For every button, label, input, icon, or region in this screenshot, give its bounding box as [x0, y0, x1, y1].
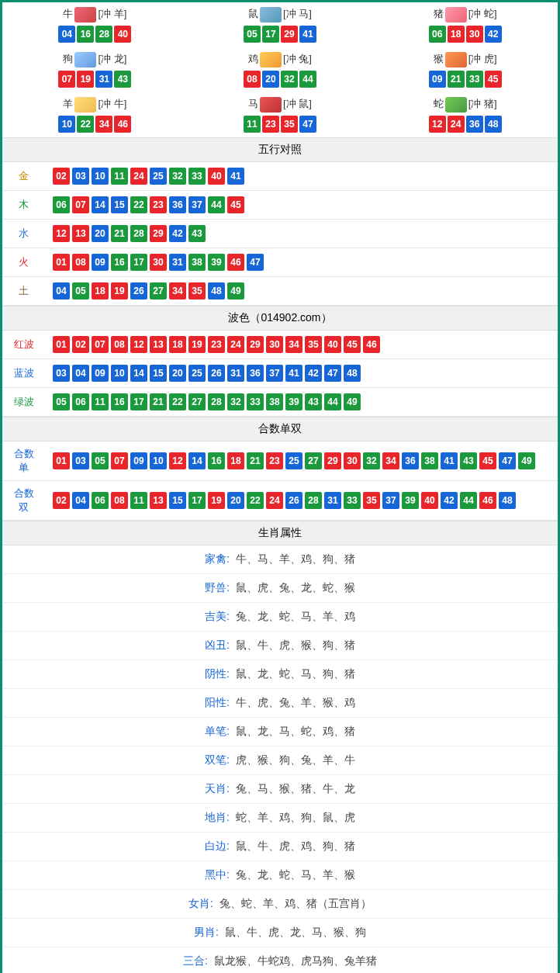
zodiac-numbers: 09213345 [372, 71, 558, 88]
row-label: 土 [2, 277, 45, 306]
number-ball: 02 [72, 336, 89, 353]
number-ball: 07 [111, 452, 128, 469]
attr-key: 阳性: [205, 696, 230, 708]
number-ball: 01 [53, 452, 70, 469]
row-label: 绿波 [2, 388, 45, 417]
number-ball: 16 [111, 254, 128, 271]
attr-row: 凶丑: 鼠、牛、虎、猴、狗、猪 [2, 632, 558, 660]
attr-row: 女肖: 兔、蛇、羊、鸡、猪（五宫肖） [2, 890, 558, 919]
attr-row: 野兽: 鼠、虎、兔、龙、蛇、猴 [2, 574, 558, 603]
zodiac-title: 猪[冲 蛇] [372, 7, 558, 23]
zodiac-title: 狗[冲 龙] [2, 52, 188, 68]
number-ball: 22 [247, 492, 264, 509]
table-row: 木 06071415222336374445 [2, 191, 558, 220]
number-ball: 37 [382, 492, 399, 509]
number-ball: 49 [344, 393, 361, 410]
row-label: 合数双 [2, 481, 45, 521]
number-ball: 13 [150, 492, 167, 509]
number-ball: 37 [188, 196, 206, 213]
attr-key: 三合: [183, 954, 208, 967]
attr-key: 凶丑: [205, 639, 230, 651]
number-ball: 09 [130, 452, 147, 469]
number-ball: 33 [188, 168, 206, 185]
number-ball: 40 [421, 492, 438, 509]
number-ball: 44 [324, 393, 341, 410]
number-ball: 07 [72, 196, 89, 213]
number-ball: 49 [227, 282, 244, 300]
number-ball: 17 [188, 492, 206, 509]
number-ball: 08 [244, 71, 261, 88]
attr-row: 三合: 鼠龙猴、牛蛇鸡、虎马狗、兔羊猪 [2, 947, 558, 973]
number-ball: 39 [208, 254, 225, 271]
zodiac-clash: [冲 猪] [468, 98, 497, 109]
number-ball: 16 [208, 452, 225, 469]
number-ball: 32 [281, 71, 298, 88]
number-ball: 15 [150, 365, 167, 382]
number-ball: 14 [130, 365, 147, 382]
number-ball: 06 [72, 393, 89, 410]
zodiac-icon [445, 97, 467, 113]
zodiac-clash: [冲 牛] [98, 98, 126, 109]
number-ball: 41 [299, 26, 316, 43]
number-ball: 26 [285, 492, 302, 509]
number-ball: 29 [281, 26, 298, 43]
table-row: 绿波 05061116172122272832333839434449 [2, 388, 558, 417]
zodiac-name: 狗 [63, 53, 73, 64]
zodiac-numbers: 06183042 [372, 26, 558, 43]
attr-row: 白边: 鼠、牛、虎、鸡、狗、猪 [2, 833, 558, 861]
number-ball: 21 [448, 71, 465, 88]
row-numbers: 1213202128294243 [45, 220, 558, 248]
attr-value: 兔、龙、蛇、马、羊、鸡 [236, 610, 355, 622]
number-ball: 10 [58, 116, 75, 133]
number-ball: 06 [53, 196, 70, 213]
number-ball: 09 [92, 254, 109, 271]
number-ball: 38 [188, 254, 206, 271]
table-row: 土 04051819262734354849 [2, 277, 558, 306]
number-ball: 18 [448, 26, 465, 43]
number-ball: 22 [130, 196, 147, 213]
attr-key: 白边: [205, 840, 230, 852]
number-ball: 48 [485, 116, 502, 133]
number-ball: 45 [344, 336, 361, 353]
number-ball: 43 [188, 225, 206, 242]
number-ball: 31 [169, 254, 186, 271]
zodiac-cell: 鼠[冲 马] 05172941 [188, 2, 373, 47]
zodiac-title: 鸡[冲 兔] [188, 52, 373, 68]
number-ball: 42 [305, 365, 322, 382]
number-ball: 40 [208, 168, 225, 185]
number-ball: 12 [53, 225, 70, 242]
zodiac-cell: 马[冲 鼠] 11233547 [188, 92, 373, 137]
number-ball: 44 [460, 492, 477, 509]
row-label: 蓝波 [2, 359, 45, 388]
number-ball: 47 [247, 254, 264, 271]
zodiac-icon [260, 97, 282, 113]
number-ball: 04 [72, 492, 89, 509]
number-ball: 08 [111, 336, 128, 353]
number-ball: 41 [441, 452, 458, 469]
row-numbers: 04051819262734354849 [45, 277, 558, 306]
zodiac-name: 牛 [63, 8, 73, 19]
number-ball: 13 [72, 225, 89, 242]
number-ball: 02 [53, 492, 70, 509]
zodiac-name: 羊 [63, 98, 73, 109]
number-ball: 26 [130, 282, 147, 300]
number-ball: 31 [95, 71, 112, 88]
zodiac-cell: 鸡[冲 兔] 08203244 [188, 47, 373, 92]
number-ball: 19 [208, 492, 225, 509]
zodiac-name: 猴 [434, 53, 444, 64]
number-ball: 01 [53, 336, 70, 353]
row-label: 木 [2, 191, 45, 220]
number-ball: 35 [363, 492, 380, 509]
number-ball: 04 [53, 282, 70, 300]
attr-key: 单笔: [205, 725, 230, 737]
number-ball: 34 [285, 336, 302, 353]
number-ball: 30 [150, 254, 167, 271]
row-numbers: 0102070812131819232429303435404546 [45, 331, 558, 359]
zodiac-title: 蛇[冲 猪] [372, 97, 558, 113]
zodiac-cell: 羊[冲 牛] 10223446 [2, 92, 188, 137]
attr-row: 双笔: 虎、猴、狗、兔、羊、牛 [2, 746, 558, 775]
attr-key: 男肖: [194, 926, 219, 938]
table-row: 金 02031011242532334041 [2, 162, 558, 191]
number-ball: 46 [363, 336, 380, 353]
number-ball: 36 [402, 452, 419, 469]
